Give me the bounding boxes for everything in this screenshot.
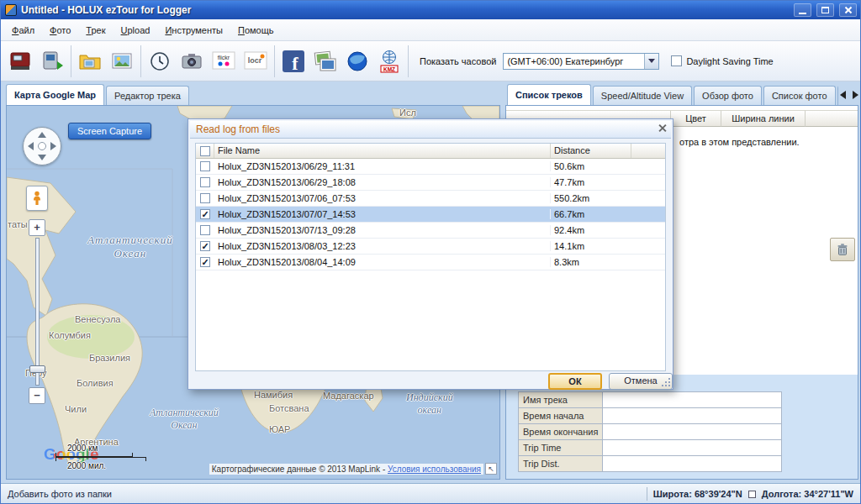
file-checkbox[interactable] [200, 225, 210, 235]
dialog-resize-grip[interactable] [668, 385, 670, 386]
screen-capture-button[interactable]: Screen Capture [68, 123, 151, 139]
open-file-icon[interactable] [74, 44, 106, 79]
file-checkbox[interactable] [200, 193, 210, 203]
menu-help[interactable]: Помощь [230, 22, 282, 39]
svg-text:KMZ: KMZ [383, 66, 395, 71]
map-label: Исл [399, 108, 416, 118]
zoom-slider-track[interactable] [35, 238, 40, 386]
file-checkbox[interactable]: ✓ [200, 241, 210, 251]
map-label: Индийский океан [406, 391, 453, 417]
close-button[interactable] [839, 3, 857, 17]
tab-scroll-left-icon[interactable] [840, 91, 846, 99]
zoom-in-button[interactable]: + [29, 219, 45, 236]
cancel-button[interactable]: Отмена [609, 373, 673, 390]
scale-mi-label: 2000 мил. [55, 461, 165, 470]
import-from-device-icon[interactable] [36, 44, 68, 79]
map-label: Атлантический Океан [150, 407, 219, 432]
map-label: ЮАР [269, 424, 290, 434]
file-checkbox[interactable] [200, 177, 210, 187]
toolbar: flickr locr f KMZ Показать часовой (GMT+… [1, 41, 860, 81]
dialog-close-icon[interactable] [656, 122, 668, 134]
info-value [603, 456, 781, 471]
dialog-titlebar[interactable]: Read log from files [190, 121, 671, 139]
export-kmz-icon[interactable]: KMZ [373, 44, 405, 79]
zoom-out-button[interactable]: − [29, 387, 45, 404]
tab-track-editor[interactable]: Редактор трека [106, 86, 189, 105]
file-checkbox[interactable]: ✓ [200, 209, 210, 219]
add-photo-icon[interactable] [106, 44, 138, 79]
shortcut-arrow-icon[interactable]: ↖ [485, 463, 497, 475]
maximize-button[interactable] [816, 3, 834, 17]
menu-tools[interactable]: Инструменты [157, 22, 230, 39]
log-file-row[interactable]: ✓ Holux_ZD3N152013/08/04_14:09 8.3km [196, 255, 665, 270]
svg-text:f: f [292, 53, 298, 74]
terms-of-use-link[interactable]: Условия использования [388, 465, 481, 474]
menu-upload[interactable]: Upload [114, 22, 158, 39]
chevron-down-icon [648, 59, 655, 63]
camera-icon[interactable] [176, 44, 208, 79]
timezone-select[interactable]: (GMT+06:00) Екатеринбург [503, 53, 659, 70]
pan-up-icon[interactable] [38, 132, 46, 138]
window-title: Untitled - HOLUX ezTour for Logger [21, 4, 191, 16]
log-file-row[interactable]: Holux_ZD3N152013/06/29_11:31 50.6km [196, 159, 665, 175]
pan-down-icon[interactable] [38, 155, 46, 160]
minimize-button[interactable] [794, 3, 811, 17]
timezone-dropdown-button[interactable] [644, 54, 658, 69]
column-header-file-name[interactable]: File Name [214, 144, 551, 158]
log-file-list: File Name Distance Holux_ZD3N152013/06/2… [195, 143, 666, 371]
column-header-line-width[interactable]: Ширина линии [721, 110, 806, 127]
track-info-table: Имя трека Время начала Время окончания T… [518, 391, 782, 472]
tab-photo-list[interactable]: Список фото [763, 86, 836, 105]
map-attribution: Картографические данные © 2013 MapLink -… [209, 463, 497, 475]
toolbar-separator [140, 45, 141, 77]
info-row: Trip Dist. [519, 456, 781, 472]
map-label: Венесуэла [75, 314, 120, 324]
google-earth-icon[interactable] [341, 44, 373, 79]
clock-icon[interactable] [144, 44, 176, 79]
application-window: Untitled - HOLUX ezTour for Logger Файл … [0, 0, 861, 504]
facebook-icon[interactable]: f [277, 44, 309, 79]
pan-center-icon[interactable] [38, 142, 46, 150]
map-label: Намибия [254, 390, 293, 400]
column-header-color[interactable]: Цвет [671, 110, 721, 127]
info-label: Trip Dist. [519, 456, 603, 471]
tab-scroll-right-icon[interactable] [853, 91, 858, 99]
tab-photo-overview[interactable]: Обзор фото [694, 86, 762, 105]
menu-photo[interactable]: Фото [42, 22, 78, 39]
street-view-pegman-button[interactable] [26, 186, 48, 211]
svg-text:locr: locr [248, 56, 262, 65]
menu-track[interactable]: Трек [78, 22, 113, 39]
select-all-checkbox[interactable] [196, 144, 214, 158]
file-checkbox[interactable] [200, 161, 210, 171]
pan-right-icon[interactable] [50, 142, 56, 150]
file-checkbox[interactable]: ✓ [200, 257, 210, 267]
dst-checkbox[interactable] [671, 55, 682, 66]
window-titlebar[interactable]: Untitled - HOLUX ezTour for Logger [1, 1, 861, 19]
log-file-row[interactable]: Holux_ZD3N152013/07/06_07:53 550.2km [196, 191, 665, 207]
tab-google-map[interactable]: Карта Google Map [6, 84, 104, 105]
flickr-icon[interactable]: flickr [208, 44, 240, 79]
delete-track-button[interactable] [830, 238, 855, 261]
longitude-value: Долгота: 34°27'11"W [762, 489, 853, 499]
photo-viewer-icon[interactable] [309, 44, 341, 79]
tab-speed-altitude[interactable]: Speed/Altitude View [593, 86, 692, 105]
file-name: Holux_ZD3N152013/06/29_11:31 [214, 161, 551, 171]
log-file-row-selected[interactable]: ✓ Holux_ZD3N152013/07/07_14:53 66.7km [196, 207, 665, 223]
zoom-slider-handle[interactable] [29, 365, 45, 373]
info-row: Время окончания [519, 424, 781, 440]
log-file-row[interactable]: Holux_ZD3N152013/07/13_09:28 92.4km [196, 223, 665, 239]
column-header-distance[interactable]: Distance [551, 144, 631, 158]
file-distance: 8.3km [551, 257, 631, 267]
locr-icon[interactable]: locr [240, 44, 272, 79]
pan-left-icon[interactable] [28, 142, 34, 150]
ok-button[interactable]: ОК [548, 373, 602, 390]
menu-file[interactable]: Файл [4, 22, 42, 39]
map-label: Боливия [77, 378, 114, 388]
info-value [603, 408, 781, 423]
read-log-device-icon[interactable] [4, 44, 36, 79]
log-file-row[interactable]: ✓ Holux_ZD3N152013/08/03_12:23 14.1km [196, 239, 665, 255]
menubar: Файл Фото Трек Upload Инструменты Помощь [1, 19, 860, 41]
map-pan-control[interactable] [23, 127, 61, 165]
log-file-row[interactable]: Holux_ZD3N152013/06/29_18:08 47.7km [196, 175, 665, 191]
tab-track-list[interactable]: Список треков [507, 84, 591, 105]
